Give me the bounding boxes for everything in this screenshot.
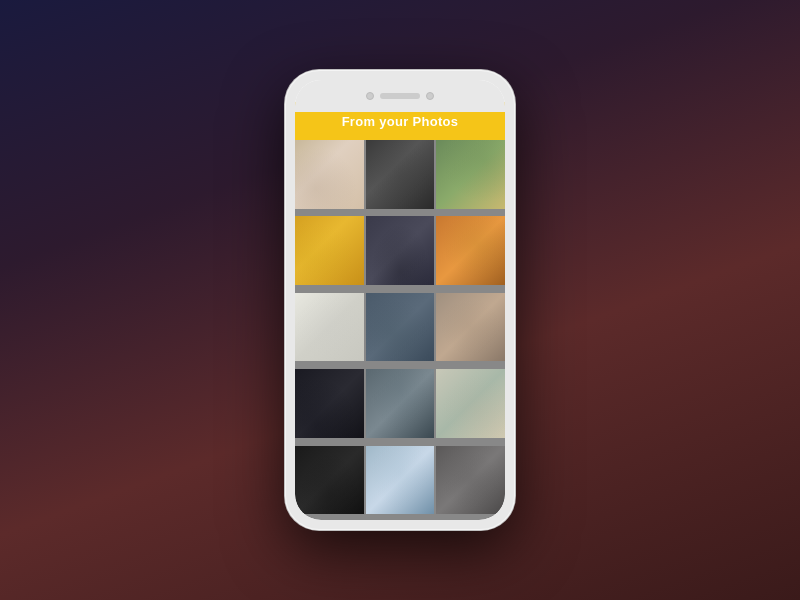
photo-14[interactable]: [366, 446, 435, 515]
photo-9[interactable]: [436, 293, 505, 362]
photo-1[interactable]: [295, 140, 364, 209]
photo-4[interactable]: [295, 216, 364, 285]
photo-15[interactable]: [436, 446, 505, 515]
photo-8[interactable]: [366, 293, 435, 362]
photo-3[interactable]: [436, 140, 505, 209]
photo-11[interactable]: [366, 369, 435, 438]
photo-13[interactable]: [295, 446, 364, 515]
photo-7[interactable]: [295, 293, 364, 362]
phone-screen: From your Photos: [295, 80, 505, 520]
speaker: [380, 93, 420, 99]
photo-6[interactable]: [436, 216, 505, 285]
phone-device: From your Photos: [285, 70, 515, 530]
photo-10[interactable]: [295, 369, 364, 438]
app-screen: From your Photos: [295, 102, 505, 520]
front-camera: [366, 92, 374, 100]
photo-12[interactable]: [436, 369, 505, 438]
sensor: [426, 92, 434, 100]
photo-5[interactable]: [366, 216, 435, 285]
phone-top-bar: [295, 80, 505, 112]
photo-2[interactable]: [366, 140, 435, 209]
photo-grid: [295, 140, 505, 520]
header-title: From your Photos: [342, 114, 459, 129]
